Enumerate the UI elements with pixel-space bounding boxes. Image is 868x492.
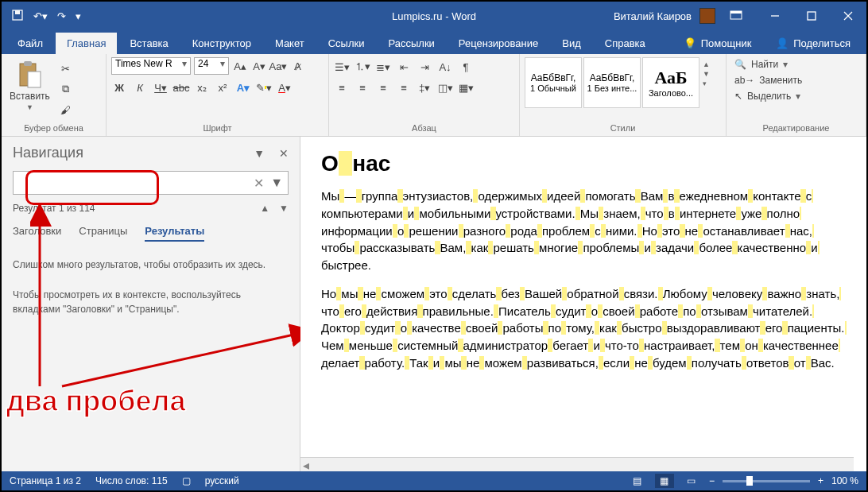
replace-button[interactable]: ab→Заменить: [734, 75, 858, 86]
nav-too-many-msg: Слишком много результатов, чтобы отобраз…: [13, 258, 289, 272]
svg-rect-9: [24, 61, 32, 66]
shading-icon[interactable]: ◫▾: [437, 79, 453, 95]
tab-references[interactable]: Ссылки: [317, 33, 376, 54]
paste-button[interactable]: Вставить ▼: [6, 57, 53, 111]
borders-icon[interactable]: ▦▾: [458, 79, 474, 95]
zoom-level[interactable]: 100 %: [831, 475, 858, 486]
format-painter-icon[interactable]: 🖌: [58, 102, 74, 118]
sort-icon[interactable]: A↓: [437, 59, 453, 75]
ribbon-display-icon[interactable]: [730, 10, 742, 22]
nav-tab-pages[interactable]: Страницы: [79, 225, 127, 242]
user-name[interactable]: Виталий Каиров: [614, 10, 692, 22]
statusbar: Страница 1 из 2 Число слов: 115 ▢ русски…: [2, 471, 866, 490]
annotation-label: два пробела: [6, 385, 185, 418]
tab-help[interactable]: Справка: [594, 33, 657, 54]
nav-next-icon[interactable]: ▼: [279, 203, 289, 214]
nav-close-icon[interactable]: ✕: [279, 147, 289, 160]
tab-design[interactable]: Конструктор: [181, 33, 262, 54]
nav-tab-headings[interactable]: Заголовки: [13, 225, 61, 242]
share-button[interactable]: 👤Поделиться: [765, 33, 862, 54]
align-center-icon[interactable]: ≡: [355, 79, 370, 95]
maximize-button[interactable]: [793, 2, 830, 30]
select-button[interactable]: ↖Выделить▾: [734, 91, 858, 102]
nav-options-icon[interactable]: ▼: [254, 147, 265, 160]
close-button[interactable]: [830, 2, 866, 30]
group-font: Шрифт: [111, 122, 324, 134]
view-web-icon[interactable]: ▭: [682, 474, 701, 488]
view-read-icon[interactable]: ▤: [628, 474, 647, 488]
grow-font-icon[interactable]: A▴: [232, 58, 248, 74]
strike-icon[interactable]: abc: [173, 79, 189, 95]
zoom-in-icon[interactable]: +: [818, 475, 823, 486]
view-print-icon[interactable]: ▦: [655, 474, 674, 488]
bulb-icon: 💡: [684, 37, 696, 49]
italic-icon[interactable]: К: [132, 79, 148, 95]
navigation-pane: Навигация ▼✕ ✕ ▼ Результат 1 из 114 ▲▼ З…: [2, 137, 300, 471]
styles-more[interactable]: ▲▼▾: [701, 57, 711, 91]
avatar[interactable]: [699, 8, 715, 24]
font-name-combo[interactable]: Times New R ▾: [111, 57, 191, 75]
status-page[interactable]: Страница 1 из 2: [10, 475, 81, 486]
doc-p1: Мы — группа энтузиастов, одержимых идеей…: [321, 188, 846, 274]
svg-rect-3: [730, 11, 742, 14]
justify-icon[interactable]: ≡: [396, 79, 412, 95]
bullets-icon[interactable]: ☰▾: [334, 59, 350, 75]
autosave-icon[interactable]: [11, 9, 24, 24]
tab-view[interactable]: Вид: [551, 33, 592, 54]
style-heading[interactable]: АаБЗаголово...: [642, 57, 699, 108]
numbering-icon[interactable]: ⒈▾: [355, 59, 370, 75]
highlight-icon[interactable]: ✎▾: [256, 79, 272, 95]
style-normal[interactable]: АаБбВвГг,1 Обычный: [525, 57, 582, 108]
horizontal-scrollbar[interactable]: ◂: [300, 457, 854, 471]
subscript-icon[interactable]: x₂: [194, 79, 210, 95]
multilevel-icon[interactable]: ≣▾: [375, 59, 391, 75]
find-button[interactable]: 🔍Найти▾: [734, 59, 858, 70]
search-dropdown-icon[interactable]: ▼: [270, 176, 283, 190]
svg-rect-5: [808, 12, 816, 20]
status-lang[interactable]: русский: [205, 475, 239, 486]
svg-line-12: [62, 331, 312, 386]
tab-insert[interactable]: Вставка: [118, 33, 179, 54]
tell-me[interactable]: 💡Помощник: [672, 33, 763, 54]
proofing-icon[interactable]: ▢: [182, 475, 191, 486]
tab-review[interactable]: Рецензирование: [448, 33, 549, 54]
show-marks-icon[interactable]: ¶: [458, 59, 474, 75]
tab-mailings[interactable]: Рассылки: [377, 33, 445, 54]
status-words[interactable]: Число слов: 115: [95, 475, 168, 486]
tab-layout[interactable]: Макет: [264, 33, 316, 54]
font-color-icon[interactable]: A▾: [277, 79, 293, 95]
undo-icon[interactable]: ↶▾: [33, 10, 48, 22]
superscript-icon[interactable]: x²: [215, 79, 231, 95]
bold-icon[interactable]: Ж: [111, 79, 127, 95]
underline-icon[interactable]: Ч▾: [153, 79, 169, 95]
align-left-icon[interactable]: ≡: [334, 79, 350, 95]
shrink-font-icon[interactable]: A▾: [251, 58, 267, 74]
ribbon: Вставить ▼ ✂ ⧉ 🖌 Буфер обмена Times New …: [2, 54, 866, 137]
nav-prev-icon[interactable]: ▲: [260, 203, 269, 214]
nav-tab-results[interactable]: Результаты: [145, 225, 204, 242]
dec-indent-icon[interactable]: ⇤: [396, 59, 412, 75]
font-size-combo[interactable]: 24 ▾: [194, 57, 229, 75]
change-case-icon[interactable]: Aa▾: [270, 58, 286, 74]
redo-icon[interactable]: ↷: [57, 10, 66, 22]
zoom-out-icon[interactable]: −: [709, 475, 715, 486]
tab-file[interactable]: Файл: [6, 33, 54, 54]
line-spacing-icon[interactable]: ‡▾: [417, 79, 432, 95]
document-area[interactable]: О нас Мы — группа энтузиастов, одержимых…: [300, 137, 866, 471]
clipboard-icon: [17, 60, 42, 89]
share-icon: 👤: [776, 37, 789, 49]
clear-format-icon[interactable]: A̷: [289, 58, 305, 74]
ribbon-tabs: Файл Главная Вставка Конструктор Макет С…: [2, 30, 866, 54]
tab-home[interactable]: Главная: [56, 33, 117, 54]
nav-context-msg: Чтобы просмотреть их в контексте, воспол…: [13, 288, 289, 316]
zoom-slider[interactable]: [723, 480, 810, 482]
align-right-icon[interactable]: ≡: [375, 79, 391, 95]
text-effects-icon[interactable]: A▾: [235, 79, 251, 95]
style-no-spacing[interactable]: АаБбВвГг,1 Без инте...: [583, 57, 641, 108]
minimize-button[interactable]: [757, 2, 793, 30]
copy-icon[interactable]: ⧉: [58, 81, 74, 97]
cut-icon[interactable]: ✂: [58, 60, 74, 76]
qat-more-icon[interactable]: ▾: [76, 10, 81, 22]
inc-indent-icon[interactable]: ⇥: [417, 59, 432, 75]
clear-search-icon[interactable]: ✕: [254, 176, 264, 191]
